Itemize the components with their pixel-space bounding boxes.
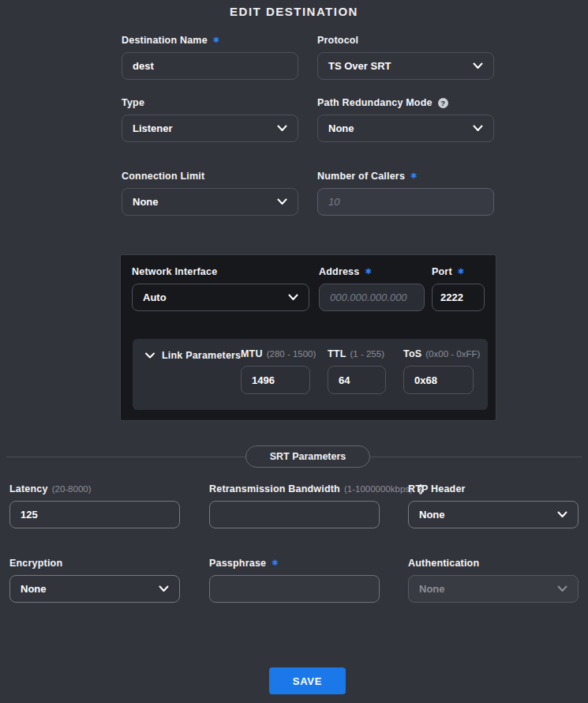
connection-limit-label: Connection Limit	[122, 171, 204, 182]
chevron-down-icon	[159, 585, 169, 592]
mtu-label-row: MTU (280 - 1500)	[241, 348, 310, 359]
authentication-label-row: Authentication	[408, 558, 579, 569]
chevron-down-icon	[145, 352, 155, 359]
number-of-callers-label-row: Number of Callers ✱	[317, 171, 494, 182]
destination-name-field: Destination Name ✱	[122, 35, 298, 80]
save-button[interactable]: SAVE	[269, 667, 346, 694]
encryption-value: None	[21, 583, 47, 595]
latency-label: Latency	[9, 483, 48, 494]
network-interface-field: Network Interface Auto	[132, 266, 309, 311]
retransmission-bandwidth-label: Retransmission Bandwidth	[209, 483, 340, 494]
authentication-label: Authentication	[408, 558, 479, 569]
network-interface-select[interactable]: Auto	[132, 284, 309, 311]
chevron-down-icon	[473, 62, 483, 70]
chevron-down-icon	[557, 511, 567, 518]
tos-hint: (0x00 - 0xFF)	[425, 349, 480, 359]
connection-limit-field: Connection Limit None	[122, 171, 298, 216]
ttl-label: TTL	[328, 348, 346, 359]
tos-field: ToS (0x00 - 0xFF)	[403, 348, 474, 394]
port-input[interactable]	[432, 284, 485, 311]
network-interface-label: Network Interface	[132, 266, 217, 277]
type-label: Type	[122, 97, 144, 108]
chevron-down-icon	[277, 198, 287, 205]
connection-limit-label-row: Connection Limit	[122, 171, 298, 182]
rtp-header-label: RTP Header	[408, 483, 466, 494]
srt-parameters-label: SRT Parameters	[270, 451, 346, 462]
latency-label-row: Latency (20-8000)	[9, 483, 180, 494]
network-interface-value: Auto	[143, 291, 167, 303]
destination-name-input[interactable]	[122, 52, 298, 80]
address-label-row: Address ✱	[319, 266, 425, 277]
ttl-hint: (1 - 255)	[350, 349, 384, 359]
retransmission-bandwidth-label-row: Retransmission Bandwidth (1-1000000kbps)…	[209, 483, 380, 494]
page-title: EDIT DESTINATION	[0, 5, 588, 18]
help-icon[interactable]: ?	[438, 98, 448, 108]
protocol-label: Protocol	[317, 35, 358, 46]
protocol-value: TS Over SRT	[328, 60, 391, 72]
passphrase-field: Passphrase ✱	[209, 558, 380, 603]
retransmission-bandwidth-input[interactable]	[209, 501, 380, 528]
chevron-down-icon	[288, 294, 298, 301]
type-value: Listener	[133, 122, 173, 134]
type-label-row: Type	[122, 97, 298, 108]
link-parameters-label: Link Parameters	[162, 350, 241, 361]
path-redundancy-mode-select[interactable]: None	[317, 115, 494, 142]
required-asterisk: ✱	[272, 559, 278, 567]
ttl-input[interactable]	[328, 366, 386, 394]
network-panel: Network Interface Auto Address ✱ Port ✱ …	[120, 254, 496, 421]
path-redundancy-mode-label: Path Redundancy Mode	[317, 97, 433, 108]
type-field: Type Listener	[122, 97, 298, 142]
required-asterisk: ✱	[458, 268, 464, 276]
latency-field: Latency (20-8000)	[9, 483, 180, 528]
encryption-field: Encryption None	[9, 558, 180, 603]
srt-parameters-badge: SRT Parameters	[245, 445, 370, 468]
link-parameters-panel: Link Parameters MTU (280 - 1500) TTL (1 …	[133, 339, 488, 410]
address-label: Address	[319, 266, 359, 277]
retransmission-bandwidth-hint: (1-1000000kbps)	[344, 484, 413, 494]
path-redundancy-mode-value: None	[328, 122, 354, 134]
port-field: Port ✱	[432, 266, 485, 311]
tos-input[interactable]	[403, 366, 474, 394]
address-input[interactable]	[319, 284, 425, 311]
protocol-label-row: Protocol	[317, 35, 494, 46]
mtu-label: MTU	[241, 348, 263, 359]
connection-limit-select[interactable]: None	[122, 188, 298, 216]
rtp-header-value: None	[419, 509, 445, 521]
number-of-callers-field: Number of Callers ✱	[317, 171, 494, 216]
required-asterisk: ✱	[365, 268, 371, 276]
number-of-callers-input[interactable]	[317, 188, 494, 216]
passphrase-label: Passphrase	[209, 558, 266, 569]
latency-hint: (20-8000)	[52, 484, 92, 494]
rtp-header-label-row: RTP Header	[408, 483, 579, 494]
link-parameters-toggle[interactable]: Link Parameters	[145, 350, 241, 361]
protocol-select[interactable]: TS Over SRT	[317, 52, 494, 80]
destination-name-label: Destination Name	[122, 35, 208, 46]
chevron-down-icon	[277, 125, 287, 132]
ttl-field: TTL (1 - 255)	[328, 348, 386, 394]
destination-name-label-row: Destination Name ✱	[122, 35, 298, 46]
path-redundancy-mode-label-row: Path Redundancy Mode ?	[317, 97, 494, 108]
latency-input[interactable]	[9, 501, 180, 528]
tos-label: ToS	[403, 348, 421, 359]
authentication-field: Authentication None	[408, 558, 579, 603]
port-label-row: Port ✱	[432, 266, 485, 277]
tos-label-row: ToS (0x00 - 0xFF)	[403, 348, 474, 359]
passphrase-label-row: Passphrase ✱	[209, 558, 380, 569]
authentication-value: None	[419, 583, 445, 595]
encryption-label: Encryption	[9, 558, 62, 569]
ttl-label-row: TTL (1 - 255)	[328, 348, 386, 359]
path-redundancy-mode-field: Path Redundancy Mode ? None	[317, 97, 494, 142]
protocol-field: Protocol TS Over SRT	[317, 35, 494, 80]
encryption-select[interactable]: None	[9, 575, 180, 603]
port-label: Port	[432, 266, 452, 277]
type-select[interactable]: Listener	[122, 115, 298, 142]
network-interface-label-row: Network Interface	[132, 266, 309, 277]
mtu-field: MTU (280 - 1500)	[241, 348, 310, 394]
passphrase-input[interactable]	[209, 575, 380, 603]
rtp-header-select[interactable]: None	[408, 501, 579, 528]
retransmission-bandwidth-field: Retransmission Bandwidth (1-1000000kbps)…	[209, 483, 380, 528]
authentication-select: None	[408, 575, 579, 603]
mtu-input[interactable]	[241, 366, 310, 394]
chevron-down-icon	[473, 125, 483, 132]
rtp-header-field: RTP Header None	[408, 483, 579, 528]
